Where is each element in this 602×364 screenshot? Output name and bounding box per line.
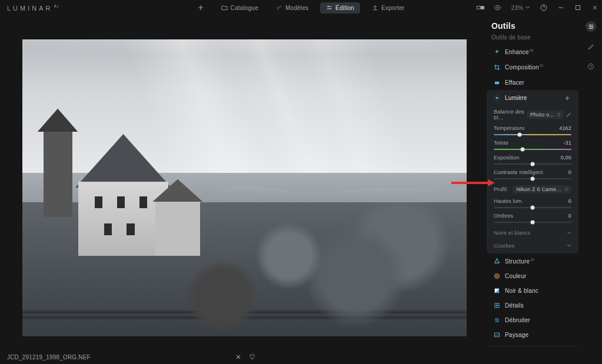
zoom-control[interactable]: 23% [511, 5, 530, 11]
smart-contrast-row: Contraste intelligent 0 [494, 169, 571, 175]
rail-brush[interactable] [586, 41, 596, 52]
profile-label: Profil: [494, 186, 508, 192]
grid-icon [494, 302, 500, 309]
exposure-slider[interactable] [494, 163, 571, 165]
tool-list: EnhanceAI CompositionAI Effacer [483, 44, 582, 342]
tool-effacer[interactable]: Effacer [483, 75, 582, 90]
highlights-value: 0 [568, 198, 571, 204]
model-thumb-icon [494, 350, 502, 350]
color-wheel-icon [494, 273, 500, 279]
chevron-down-icon [567, 231, 571, 235]
wb-row: Balance des bl… Photo origi… [494, 109, 571, 121]
temperature-label: Température [494, 125, 525, 131]
tool-lumiere-label: Lumière [505, 95, 527, 101]
tool-couleur[interactable]: Couleur [483, 269, 582, 283]
tool-noir-blanc-label: Noir & blanc [505, 288, 538, 294]
section-courbes[interactable]: Courbes [487, 239, 578, 253]
canvas-wrap [0, 15, 483, 350]
exposure-value: 0,00 [561, 155, 571, 161]
top-tabs: Catalogue Modèles Édition Exporter [192, 2, 411, 14]
window-minimize[interactable] [557, 4, 564, 12]
tool-enhance-label: Enhance [505, 49, 529, 55]
tool-couleur-label: Couleur [505, 273, 526, 279]
tool-debruiter[interactable]: Débruiter [483, 313, 582, 328]
section-noirs-blancs-label: Noirs et blancs [494, 230, 531, 236]
tab-catalogue[interactable]: Catalogue [215, 2, 264, 14]
wb-select[interactable]: Photo origi… [527, 111, 564, 119]
svg-rect-5 [495, 81, 499, 84]
tab-edition-label: Édition [335, 5, 354, 11]
top-right-controls: 23% [477, 4, 598, 12]
image-canvas[interactable] [22, 39, 467, 336]
svg-point-23 [590, 28, 591, 29]
svg-rect-11 [495, 318, 499, 322]
tool-paysage[interactable]: Paysage [483, 328, 582, 342]
exposure-row: Exposition 0,00 [494, 155, 571, 161]
logo-sup: AI [54, 4, 59, 8]
preview-icon[interactable] [494, 4, 501, 12]
section-noirs-blancs[interactable]: Noirs et blancs [487, 226, 578, 239]
shadows-value: 0 [568, 213, 571, 219]
highlights-label: Hautes lum. [494, 198, 523, 204]
undo-icon[interactable] [566, 95, 573, 102]
tools-panel: Outils Outils de base EnhanceAI Composit… [483, 15, 602, 350]
export-icon [372, 5, 378, 11]
panel-rail [586, 19, 598, 350]
tool-details[interactable]: Détails [483, 298, 582, 313]
shadows-label: Ombres [494, 213, 513, 219]
tab-exporter[interactable]: Exporter [366, 2, 410, 14]
highlights-row: Hautes lum. 0 [494, 198, 571, 204]
wb-value: Photo origi… [530, 112, 555, 118]
svg-point-12 [495, 319, 496, 319]
tint-label: Teinte [494, 140, 508, 146]
tool-composition[interactable]: CompositionAI [483, 59, 582, 75]
svg-point-22 [591, 26, 593, 27]
app-logo: LUMINARAI [7, 4, 59, 12]
model-row: Mon modèle (éditée) [487, 346, 578, 350]
chevron-down-icon [525, 6, 530, 9]
svg-point-2 [497, 7, 498, 9]
tool-effacer-label: Effacer [505, 79, 524, 86]
help-icon[interactable] [540, 4, 547, 12]
favorite-icon[interactable] [250, 354, 256, 360]
chevron-down-icon [567, 244, 571, 248]
window-maximize[interactable] [574, 4, 581, 12]
wb-label: Balance des bl… [494, 109, 527, 121]
wand-icon [276, 5, 282, 11]
tab-modeles[interactable]: Modèles [270, 2, 314, 14]
tool-enhance[interactable]: EnhanceAI [483, 44, 582, 59]
tint-row: Teinte -31 [494, 140, 571, 146]
rail-adjustments[interactable] [586, 21, 596, 32]
eyedropper-icon[interactable] [566, 111, 571, 118]
temperature-row: Température 4162 [494, 125, 571, 131]
reject-icon[interactable] [235, 354, 241, 360]
folder-icon [221, 5, 228, 11]
smart-contrast-slider[interactable] [494, 178, 571, 179]
logo-text: LUMINAR [7, 4, 53, 11]
tab-edition[interactable]: Édition [320, 2, 360, 14]
window-close[interactable] [591, 4, 598, 12]
sparkle-icon [494, 49, 500, 55]
svg-rect-0 [477, 6, 481, 9]
panel-subtitle: Outils de base [483, 33, 582, 44]
temperature-slider[interactable] [494, 134, 571, 135]
tool-structure[interactable]: StructureAI [483, 253, 582, 269]
tool-details-label: Détails [505, 302, 524, 309]
svg-point-13 [497, 319, 498, 320]
tool-noir-blanc[interactable]: Noir & blanc [483, 283, 582, 298]
tool-lumiere-panel: Lumière Balance des bl… Photo origi… [487, 90, 578, 253]
shadows-slider[interactable] [494, 222, 571, 223]
svg-rect-4 [576, 6, 580, 10]
svg-rect-1 [481, 6, 484, 9]
add-button[interactable] [192, 2, 209, 13]
rail-history[interactable] [586, 61, 596, 72]
compare-icon[interactable] [477, 4, 484, 12]
tab-catalogue-label: Catalogue [231, 5, 258, 11]
main-area: Outils Outils de base EnhanceAI Composit… [0, 15, 602, 350]
highlights-slider[interactable] [494, 207, 571, 208]
profile-select[interactable]: Nikon Z 6 Camera Monoc… [513, 185, 571, 193]
filename-label: JCD_291219_1998_ORG.NEF [7, 354, 91, 360]
tint-slider[interactable] [494, 149, 571, 150]
crop-icon [494, 64, 500, 71]
bw-icon [494, 288, 500, 294]
